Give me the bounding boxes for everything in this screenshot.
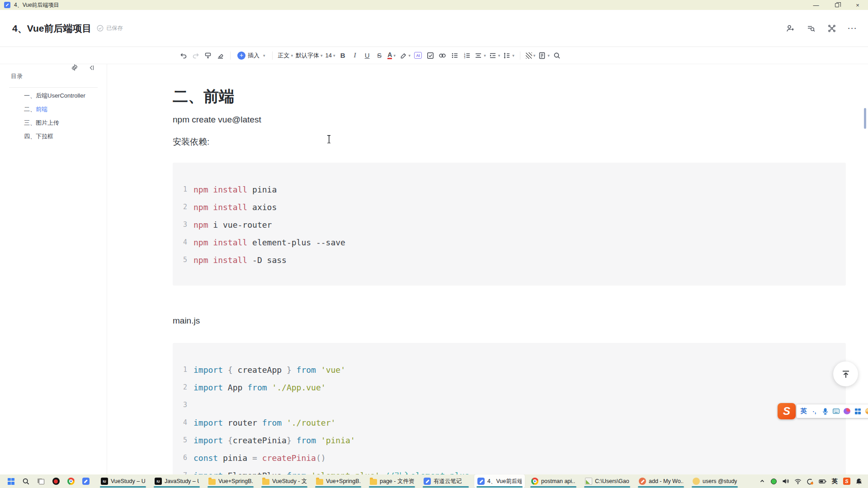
paragraph: 安装依赖: <box>173 136 209 148</box>
screen-capture-tray-icon[interactable] <box>807 478 814 485</box>
link-icon[interactable] <box>436 50 448 61</box>
toc-item[interactable]: 二、前端 <box>0 103 107 116</box>
back-to-top-button[interactable] <box>833 361 858 386</box>
toc-item[interactable]: 四、下拉框 <box>0 130 107 143</box>
mindmap-icon[interactable] <box>827 24 836 33</box>
line-height-icon[interactable]: ▾ <box>501 50 516 61</box>
font-family-select[interactable]: 默认字体▾ <box>294 50 324 61</box>
code-text: npm install -D sass <box>193 251 287 269</box>
font-color-button[interactable]: A▾ <box>386 50 398 61</box>
youdao-icon <box>424 478 431 485</box>
wifi-icon[interactable] <box>794 479 802 484</box>
code-block-dependencies[interactable]: 1npm install pinia2npm install axios3npm… <box>173 163 846 286</box>
taskbar-app-idea[interactable]: IUJavaStudy – U... <box>151 474 202 488</box>
code-text: const pinia = createPinia() <box>193 449 326 467</box>
svg-text:3: 3 <box>464 56 465 59</box>
chrome-launcher-icon[interactable] <box>63 474 78 488</box>
ime-language-toggle[interactable]: 英 <box>800 407 807 415</box>
open-window-indicator <box>476 486 523 488</box>
soft-keyboard-icon[interactable] <box>833 407 840 415</box>
taskbar-app-workpen[interactable]: add - My Wo... <box>636 474 686 488</box>
microphone-icon[interactable] <box>822 407 829 415</box>
ime-toolbox-icon[interactable] <box>854 407 861 415</box>
italic-button[interactable]: I <box>349 50 361 61</box>
taskbar-app-folder[interactable]: page - 文件资... <box>367 474 417 488</box>
taskbar-app-folder[interactable]: Vue+SpringB... <box>313 474 363 488</box>
share-user-icon[interactable] <box>786 24 795 33</box>
toc-item[interactable]: 三、图片上传 <box>0 116 107 130</box>
taskbar-app-youdao[interactable]: 4、Vue前后端... <box>474 474 525 488</box>
start-button[interactable] <box>4 474 19 488</box>
close-button[interactable]: × <box>847 0 868 10</box>
taskbar-app-chrome[interactable]: postman api... <box>528 474 579 488</box>
underline-button[interactable]: U <box>361 50 373 61</box>
align-icon[interactable]: ▾ <box>473 50 487 61</box>
strikethrough-button[interactable]: S <box>373 50 386 61</box>
line-number: 5 <box>173 432 193 449</box>
sogou-ime-bar: S 英 ·, <box>778 403 868 419</box>
toc-item-label: 下拉框 <box>36 133 53 140</box>
code-block-mainjs[interactable]: 1import { createApp } from 'vue'2import … <box>173 343 846 474</box>
notification-bell-icon[interactable]: z <box>855 478 863 485</box>
code-text: npm install element-plus --save <box>193 234 345 251</box>
redo-icon[interactable] <box>189 50 202 61</box>
undo-icon[interactable] <box>177 50 189 61</box>
task-view-icon[interactable] <box>33 474 48 488</box>
bold-button[interactable]: B <box>337 50 349 61</box>
font-size-select[interactable]: 14▾ <box>324 50 337 61</box>
insert-label: 插入 <box>248 52 259 60</box>
taskbar-app-users[interactable]: users @study... <box>689 474 740 488</box>
template-icon[interactable]: ▾ <box>537 50 551 61</box>
minimize-button[interactable]: — <box>806 0 826 10</box>
todo-checkbox-icon[interactable] <box>424 50 436 61</box>
code-line: 5import {createPinia} from 'pinia' <box>173 432 846 449</box>
collapse-sidebar-icon[interactable] <box>88 64 95 71</box>
window-controls: — × <box>806 0 868 10</box>
clear-format-icon[interactable] <box>214 50 226 61</box>
open-window-indicator <box>530 486 576 488</box>
toc-item-prefix: 二、 <box>24 106 36 113</box>
page-title[interactable]: 4、Vue前后端项目 <box>12 22 91 35</box>
taskbar-app-label: 有道云笔记 <box>434 478 462 485</box>
window-title: 4、Vue前后端项目 <box>14 1 59 9</box>
toc-item-prefix: 三、 <box>24 119 36 126</box>
taskbar-app-folder[interactable]: Vue+SpringB... <box>205 474 256 488</box>
volume-icon[interactable] <box>782 478 789 484</box>
taskbar-app-folder[interactable]: VueStudy - 文... <box>259 474 310 488</box>
taskbar-app-label: JavaStudy – U... <box>165 478 199 484</box>
toc-item[interactable]: 一、后端UserController <box>0 89 107 103</box>
screen-recorder-icon[interactable] <box>48 474 63 488</box>
taskbar-app-idea[interactable]: IUVueStudy – U... <box>98 474 148 488</box>
ime-punctuation-toggle[interactable]: ·, <box>811 407 818 415</box>
youdao-icon <box>82 478 90 485</box>
highlight-button[interactable]: ▾ <box>398 50 412 61</box>
ime-language-indicator[interactable]: 英 <box>831 477 838 485</box>
editor-scrollbar-thumb[interactable] <box>864 108 866 129</box>
sogou-logo-icon[interactable]: S <box>778 403 796 419</box>
format-painter-icon[interactable] <box>202 50 214 61</box>
paragraph-style-select[interactable]: 正文▾ <box>277 50 295 61</box>
youdao-launcher-icon[interactable] <box>78 474 93 488</box>
toc-settings-gear-icon[interactable] <box>71 64 78 71</box>
restore-button[interactable] <box>826 0 847 10</box>
recording-status-icon[interactable] <box>770 479 777 484</box>
taskbar-app-notepad[interactable]: C:\Users\Gao... <box>582 474 632 488</box>
more-icon[interactable]: ··· <box>848 24 857 33</box>
search-icon[interactable] <box>551 50 563 61</box>
window-titlebar: 4、Vue前后端项目 — × <box>0 0 868 10</box>
ai-assistant-icon[interactable]: AI <box>412 50 424 61</box>
emoji-icon[interactable] <box>865 408 868 414</box>
taskbar-app-youdao[interactable]: 有道云笔记 <box>420 474 471 488</box>
bullet-list-icon[interactable] <box>448 50 461 61</box>
doc-search-icon[interactable] <box>807 24 816 33</box>
ime-skin-icon[interactable] <box>844 408 850 414</box>
taskbar-search-icon[interactable] <box>19 474 33 488</box>
insert-button[interactable]: + 插入 ▾ <box>235 50 268 61</box>
numbered-list-icon[interactable]: 123 <box>461 50 473 61</box>
battery-icon[interactable] <box>819 479 826 484</box>
background-pattern-icon[interactable]: ▾ <box>524 50 537 61</box>
indent-icon[interactable]: ▾ <box>487 50 502 61</box>
hidden-icons-chevron-icon[interactable] <box>759 479 765 484</box>
chevron-down-icon: ▾ <box>333 53 335 58</box>
sogou-tray-icon[interactable]: S <box>843 478 850 485</box>
